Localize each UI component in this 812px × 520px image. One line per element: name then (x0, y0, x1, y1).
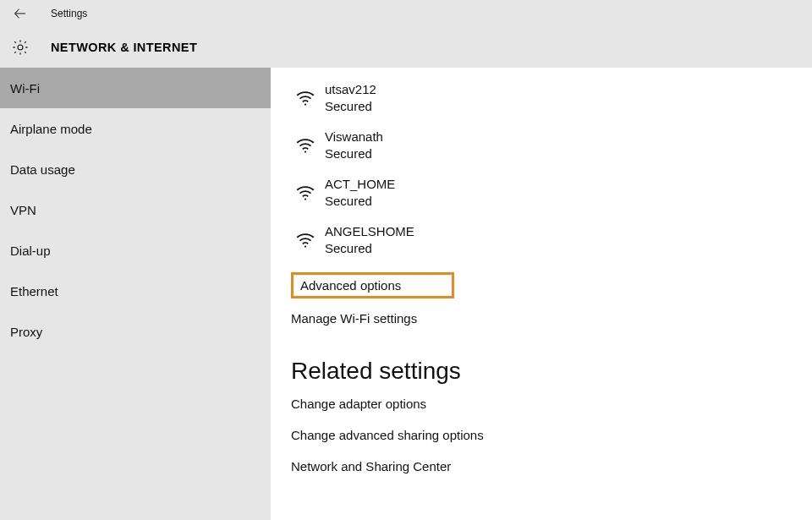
arrow-left-icon (13, 6, 28, 21)
svg-point-1 (18, 45, 23, 50)
wifi-icon (291, 182, 320, 204)
window-title: Settings (51, 8, 87, 19)
wifi-status: Secured (325, 98, 376, 115)
change-adapter-options-link[interactable]: Change adapter options (291, 397, 812, 411)
back-button[interactable] (8, 2, 32, 25)
sidebar-item-label: Wi-Fi (10, 81, 40, 96)
wifi-network-item[interactable]: Viswanath Secured (291, 122, 812, 169)
sidebar-item-data-usage[interactable]: Data usage (0, 149, 271, 189)
svg-point-5 (304, 246, 306, 248)
wifi-status: Secured (325, 193, 395, 210)
svg-point-2 (304, 104, 306, 106)
wifi-ssid: ANGELSHOME (325, 223, 414, 240)
wifi-network-item[interactable]: ANGELSHOME Secured (291, 216, 812, 264)
sidebar-item-wifi[interactable]: Wi-Fi (0, 68, 271, 108)
section-title: NETWORK & INTERNET (51, 41, 197, 54)
sidebar-item-label: Dial-up (10, 244, 51, 258)
wifi-icon (291, 134, 320, 156)
advanced-options-highlight: Advanced options (291, 272, 454, 298)
gear-icon (8, 36, 32, 59)
sidebar-item-proxy[interactable]: Proxy (0, 311, 271, 352)
wifi-status: Secured (325, 145, 383, 162)
wifi-ssid: ACT_HOME (325, 176, 395, 193)
sidebar-item-label: Airplane mode (10, 122, 92, 136)
sidebar-item-airplane[interactable]: Airplane mode (0, 108, 271, 149)
manage-wifi-settings-link[interactable]: Manage Wi-Fi settings (291, 311, 417, 326)
sidebar-item-label: Ethernet (10, 284, 58, 298)
wifi-network-item[interactable]: utsav212 Secured (291, 74, 812, 122)
sidebar-item-label: Data usage (10, 162, 75, 177)
sidebar-item-dialup[interactable]: Dial-up (0, 230, 271, 271)
svg-point-4 (304, 199, 306, 200)
titlebar: Settings (0, 0, 812, 27)
sidebar: Wi-Fi Airplane mode Data usage VPN Dial-… (0, 68, 271, 520)
wifi-ssid: Viswanath (325, 129, 383, 145)
sidebar-item-label: VPN (10, 203, 36, 217)
wifi-network-item[interactable]: ACT_HOME Secured (291, 169, 812, 216)
sidebar-item-vpn[interactable]: VPN (0, 189, 271, 230)
advanced-options-link[interactable]: Advanced options (300, 278, 401, 293)
change-advanced-sharing-link[interactable]: Change advanced sharing options (291, 428, 812, 442)
sidebar-item-ethernet[interactable]: Ethernet (0, 271, 271, 311)
main-panel: utsav212 Secured Viswanath Secured A (271, 68, 812, 520)
wifi-icon (291, 87, 320, 109)
wifi-ssid: utsav212 (325, 81, 376, 98)
related-settings-heading: Related settings (291, 358, 812, 385)
header: NETWORK & INTERNET (0, 27, 812, 68)
wifi-icon (291, 229, 320, 251)
svg-point-3 (304, 151, 306, 153)
wifi-status: Secured (325, 240, 414, 257)
network-and-sharing-center-link[interactable]: Network and Sharing Center (291, 459, 812, 473)
sidebar-item-label: Proxy (10, 325, 42, 339)
